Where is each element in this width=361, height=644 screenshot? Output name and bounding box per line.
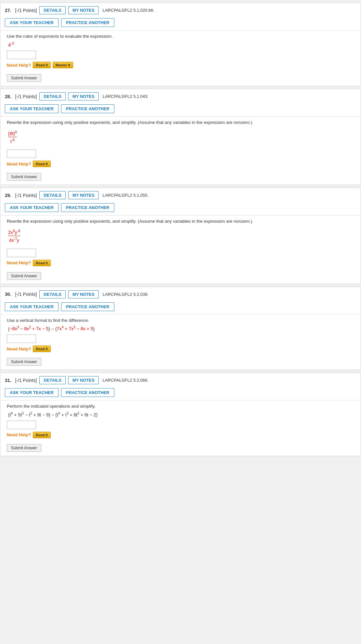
- need-help-row-27: Need Help? Read It Master It: [7, 62, 354, 68]
- problem-header-28: 28. [-/1 Points] DETAILS MY NOTES LARCPA…: [0, 89, 361, 104]
- problem-number-27: 27.: [5, 8, 11, 13]
- submit-button-29[interactable]: Submit Answer: [7, 272, 41, 280]
- practice-another-button-30[interactable]: PRACTICE ANOTHER: [61, 302, 114, 311]
- need-help-label-27: Need Help?: [7, 63, 31, 68]
- notes-button-30[interactable]: MY NOTES: [68, 290, 99, 298]
- problem-code-30: LARCPALGFL2 5.2.039.: [103, 292, 148, 297]
- action-row-29: ASK YOUR TEACHER PRACTICE ANOTHER: [0, 203, 361, 215]
- points-30: [-/1 Points]: [15, 292, 37, 297]
- details-button-30[interactable]: DETAILS: [39, 290, 66, 298]
- submit-button-28[interactable]: Submit Answer: [7, 173, 41, 181]
- answer-input-31[interactable]: [7, 421, 36, 429]
- details-button-31[interactable]: DETAILS: [39, 376, 66, 384]
- ask-teacher-button-27[interactable]: ASK YOUR TEACHER: [5, 18, 58, 27]
- problem-number-29: 29.: [5, 193, 11, 198]
- notes-button-28[interactable]: MY NOTES: [68, 92, 99, 100]
- instruction-31: Perform the indicated operations and sim…: [7, 404, 354, 409]
- math-27: 4-2: [8, 41, 354, 47]
- need-help-label-28: Need Help?: [7, 162, 31, 166]
- problem-28: 28. [-/1 Points] DETAILS MY NOTES LARCPA…: [0, 89, 361, 185]
- problem-content-31: Perform the indicated operations and sim…: [0, 400, 361, 442]
- notes-button-31[interactable]: MY NOTES: [68, 376, 99, 384]
- details-button-29[interactable]: DETAILS: [39, 191, 66, 199]
- problem-code-31: LARCPALGFL2 5.2.066.: [103, 378, 148, 383]
- instruction-28: Rewrite the expression using only positi…: [7, 120, 354, 125]
- problem-number-30: 30.: [5, 292, 11, 297]
- notes-button-27[interactable]: MY NOTES: [68, 6, 99, 14]
- submit-row-27: Submit Answer: [0, 72, 361, 86]
- problem-code-27: LARCPALGFL2 5.1.020.MI.: [103, 8, 154, 13]
- problem-content-29: Rewrite the expression using only positi…: [0, 215, 361, 270]
- problem-code-28: LARCPALGFL2 5.1.043.: [103, 94, 148, 99]
- practice-another-button-29[interactable]: PRACTICE ANOTHER: [61, 203, 114, 212]
- math-numerator-28: (8t)0: [8, 130, 17, 137]
- points-28: [-/1 Points]: [15, 94, 37, 99]
- readit-button-28[interactable]: Read It: [33, 161, 51, 167]
- action-row-31: ASK YOUR TEACHER PRACTICE ANOTHER: [0, 388, 361, 400]
- masterit-button-27[interactable]: Master It: [53, 62, 73, 68]
- need-help-label-31: Need Help?: [7, 432, 31, 437]
- instruction-30: Use a vertical format to find the differ…: [7, 318, 354, 323]
- problem-header-27: 27. [-/1 Points] DETAILS MY NOTES LARCPA…: [0, 3, 361, 18]
- practice-another-button-28[interactable]: PRACTICE ANOTHER: [61, 104, 114, 113]
- points-29: [-/1 Points]: [15, 193, 37, 198]
- problem-31: 31. [-/1 Points] DETAILS MY NOTES LARCPA…: [0, 373, 361, 456]
- problem-number-28: 28.: [5, 94, 11, 99]
- instruction-29: Rewrite the expression using only positi…: [7, 219, 354, 224]
- need-help-row-31: Need Help? Read It: [7, 432, 354, 438]
- submit-row-29: Submit Answer: [0, 270, 361, 284]
- problem-code-29: LARCPALGFL2 5.1.055.: [103, 193, 148, 198]
- problem-number-31: 31.: [5, 378, 11, 383]
- notes-button-29[interactable]: MY NOTES: [68, 191, 99, 199]
- math-denominator-29: 4x-7y: [9, 236, 19, 243]
- problem-header-30: 30. [-/1 Points] DETAILS MY NOTES LARCPA…: [0, 287, 361, 302]
- math-29: 2x8y-8 4x-7y: [8, 229, 20, 243]
- problem-header-29: 29. [-/1 Points] DETAILS MY NOTES LARCPA…: [0, 188, 361, 203]
- need-help-label-29: Need Help?: [7, 260, 31, 265]
- submit-button-31[interactable]: Submit Answer: [7, 444, 41, 452]
- answer-input-27[interactable]: [7, 51, 36, 59]
- math-30: (−8x3 − 8x2 + 7x − 5) − (7x4 + 7x3 − 8x …: [8, 325, 354, 332]
- answer-input-29[interactable]: [7, 249, 36, 257]
- need-help-row-30: Need Help? Read It: [7, 346, 354, 352]
- points-27: [-/1 Points]: [15, 8, 37, 13]
- problem-29: 29. [-/1 Points] DETAILS MY NOTES LARCPA…: [0, 188, 361, 284]
- readit-button-27[interactable]: Read It: [33, 62, 51, 68]
- math-31: (t4 + 5t3 − t2 + 9t − 9) − (t4 + t3 + 8t…: [8, 411, 354, 417]
- problem-header-31: 31. [-/1 Points] DETAILS MY NOTES LARCPA…: [0, 373, 361, 388]
- math-denominator-28: t-6: [10, 137, 15, 144]
- readit-button-29[interactable]: Read It: [33, 260, 51, 266]
- action-row-28: ASK YOUR TEACHER PRACTICE ANOTHER: [0, 104, 361, 116]
- problem-content-28: Rewrite the expression using only positi…: [0, 116, 361, 171]
- ask-teacher-button-28[interactable]: ASK YOUR TEACHER: [5, 104, 58, 113]
- action-row-27: ASK YOUR TEACHER PRACTICE ANOTHER: [0, 18, 361, 30]
- action-row-30: ASK YOUR TEACHER PRACTICE ANOTHER: [0, 302, 361, 314]
- need-help-row-29: Need Help? Read It: [7, 260, 354, 266]
- ask-teacher-button-29[interactable]: ASK YOUR TEACHER: [5, 203, 58, 212]
- practice-another-button-27[interactable]: PRACTICE ANOTHER: [61, 18, 114, 27]
- answer-input-30[interactable]: [7, 335, 36, 343]
- ask-teacher-button-31[interactable]: ASK YOUR TEACHER: [5, 388, 58, 397]
- submit-button-30[interactable]: Submit Answer: [7, 358, 41, 366]
- answer-input-28[interactable]: [7, 150, 36, 158]
- instruction-27: Use the rules of exponents to evaluate t…: [7, 34, 354, 39]
- problem-content-30: Use a vertical format to find the differ…: [0, 314, 361, 356]
- problem-30: 30. [-/1 Points] DETAILS MY NOTES LARCPA…: [0, 287, 361, 370]
- need-help-row-28: Need Help? Read It: [7, 161, 354, 167]
- problem-27: 27. [-/1 Points] DETAILS MY NOTES LARCPA…: [0, 3, 361, 86]
- ask-teacher-button-30[interactable]: ASK YOUR TEACHER: [5, 302, 58, 311]
- math-28: (8t)0 t-6: [8, 130, 17, 144]
- details-button-28[interactable]: DETAILS: [39, 92, 66, 100]
- readit-button-31[interactable]: Read It: [33, 432, 51, 438]
- submit-row-30: Submit Answer: [0, 356, 361, 370]
- math-numerator-29: 2x8y-8: [8, 229, 20, 236]
- readit-button-30[interactable]: Read It: [33, 346, 51, 352]
- submit-row-31: Submit Answer: [0, 442, 361, 456]
- points-31: [-/1 Points]: [15, 378, 37, 383]
- need-help-label-30: Need Help?: [7, 347, 31, 351]
- problem-content-27: Use the rules of exponents to evaluate t…: [0, 30, 361, 72]
- submit-row-28: Submit Answer: [0, 171, 361, 185]
- details-button-27[interactable]: DETAILS: [39, 6, 66, 14]
- practice-another-button-31[interactable]: PRACTICE ANOTHER: [61, 388, 114, 397]
- submit-button-27[interactable]: Submit Answer: [7, 74, 41, 82]
